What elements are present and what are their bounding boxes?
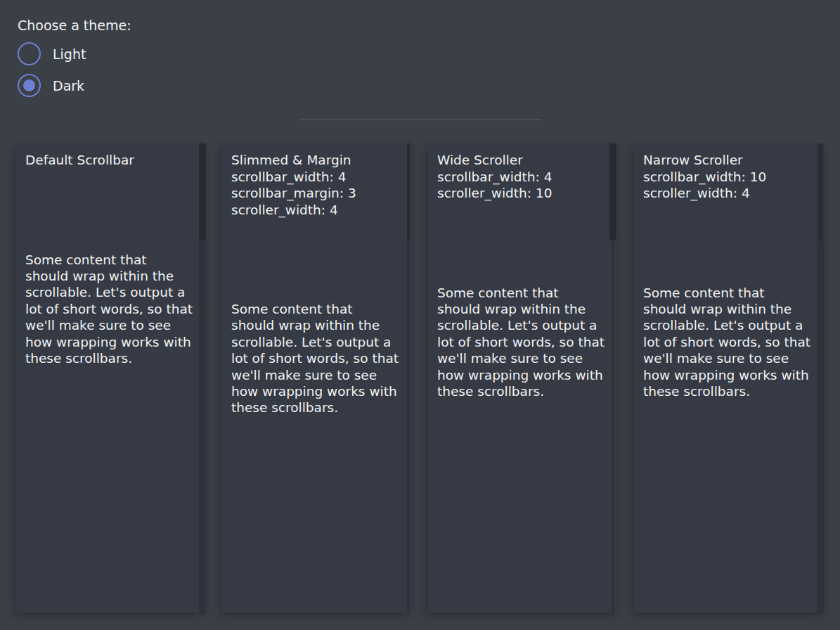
scroll-panel-default-scrollbar[interactable]: Default Scrollbar Some content that shou… (16, 143, 206, 613)
scrollbar-demo-panels: Default Scrollbar Some content that shou… (0, 143, 840, 613)
radio-option-light[interactable]: Light (18, 42, 840, 65)
panel-header: Slimmed & Margin scrollbar_width: 4 scro… (231, 152, 412, 218)
panel-config-line: scroller_width: 4 (643, 185, 824, 202)
horizontal-divider (299, 119, 541, 120)
app-window: Choose a theme: Light Dark Default Scrol… (0, 0, 840, 630)
panel-config-line: scrollbar_width: 4 (437, 169, 618, 186)
panel-config-line: scrollbar_margin: 3 (231, 185, 412, 202)
panel-title: Wide Scroller (437, 152, 618, 169)
radio-dot (23, 79, 35, 91)
panel-config-line: scrollbar_width: 4 (231, 169, 412, 186)
panel-config-line: scrollbar_width: 10 (643, 169, 824, 186)
panel-body-text: Some content that should wrap within the… (231, 301, 399, 416)
scroll-panel-narrow-scroller[interactable]: Narrow Scroller scrollbar_width: 10 scro… (634, 143, 824, 613)
panel-title: Default Scrollbar (25, 152, 206, 169)
panel-config-line: scroller_width: 4 (231, 202, 412, 219)
scrollbar-thumb[interactable] (199, 143, 206, 240)
panel-content: Slimmed & Margin scrollbar_width: 4 scro… (222, 143, 412, 416)
radio-option-light-label: Light (53, 46, 86, 62)
scrollbar-thumb[interactable] (609, 143, 616, 240)
theme-prompt: Choose a theme: (18, 18, 840, 33)
panel-content: Default Scrollbar Some content that shou… (16, 143, 206, 366)
panel-header: Default Scrollbar (25, 152, 206, 169)
radio-unselected-icon[interactable] (18, 42, 41, 65)
radio-option-dark-label: Dark (53, 78, 84, 94)
theme-chooser: Choose a theme: Light Dark (0, 0, 840, 97)
panel-config-line: scroller_width: 10 (437, 185, 618, 202)
panel-title: Slimmed & Margin (231, 152, 412, 169)
scrollbar-thumb[interactable] (819, 143, 822, 240)
panel-header: Wide Scroller scrollbar_width: 4 scrolle… (437, 152, 618, 202)
panel-content: Wide Scroller scrollbar_width: 4 scrolle… (428, 143, 618, 399)
scroll-panel-slimmed-margin[interactable]: Slimmed & Margin scrollbar_width: 4 scro… (222, 143, 412, 613)
scrollbar-thumb[interactable] (407, 143, 410, 240)
radio-option-dark[interactable]: Dark (18, 74, 840, 97)
panel-body-text: Some content that should wrap within the… (437, 285, 605, 400)
panel-body-text: Some content that should wrap within the… (25, 252, 193, 367)
radio-selected-icon[interactable] (18, 74, 41, 97)
panel-body-text: Some content that should wrap within the… (643, 285, 811, 400)
panel-title: Narrow Scroller (643, 152, 824, 169)
panel-content: Narrow Scroller scrollbar_width: 10 scro… (634, 143, 824, 399)
panel-header: Narrow Scroller scrollbar_width: 10 scro… (643, 152, 824, 202)
scroll-panel-wide-scroller[interactable]: Wide Scroller scrollbar_width: 4 scrolle… (428, 143, 618, 613)
